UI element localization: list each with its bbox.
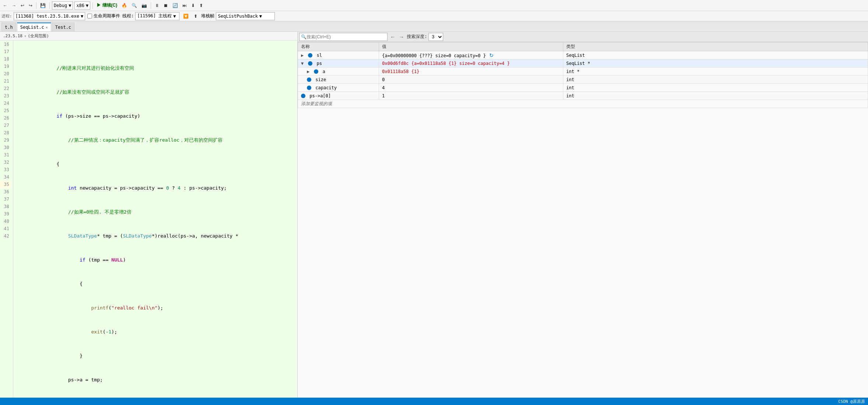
- expand-ps[interactable]: ▼: [301, 61, 305, 66]
- process-item: 进程: [11368] test.23.5.18.exe ▼: [1, 12, 85, 20]
- watch-name-sl: ▶ sl: [298, 51, 379, 59]
- code-text: {: [45, 281, 83, 287]
- thread-label: 线程:: [122, 13, 134, 19]
- undo-btn[interactable]: ↩: [19, 2, 26, 9]
- code-text: ps->a = tmp;: [45, 377, 103, 382]
- snapshot-btn[interactable]: 📷: [140, 2, 148, 9]
- arch-dropdown[interactable]: x86 ▼: [74, 1, 90, 10]
- watch-nav-forward[interactable]: →: [398, 34, 405, 40]
- watch-row-sl: ▶ sl {a=0x00000000 {???} size=0 capacity…: [298, 51, 868, 59]
- code-text: //第二种情况：capacity空间满了，扩容realloc，对已有的空间扩容: [45, 137, 223, 143]
- ln-40: 40: [0, 218, 11, 225]
- watch-value-ps-capacity[interactable]: 4: [379, 84, 563, 92]
- add-watch-label[interactable]: 添加要监视的项: [298, 100, 868, 108]
- ln-33: 33: [0, 166, 11, 173]
- lifecycle-checkbox[interactable]: [87, 14, 92, 18]
- back-btn[interactable]: ←: [1, 2, 9, 9]
- ln-28: 28: [0, 129, 11, 136]
- stack-dropdown[interactable]: SeqListPushBack ▼: [216, 12, 275, 20]
- watch-row-ps-size: size 0 int: [298, 76, 868, 84]
- tab-test-c[interactable]: Test.c: [52, 22, 74, 31]
- ln-31: 31: [0, 151, 11, 159]
- watch-name-ps-size: size: [298, 76, 379, 84]
- code-line-16: //刚进来只对其进行初始化没有空间: [16, 57, 297, 65]
- debug-mode-dropdown[interactable]: Debug ▼: [52, 1, 73, 10]
- refresh-sl[interactable]: ↻: [489, 52, 494, 58]
- process-label: 进程:: [1, 13, 12, 19]
- ln-37: 37: [0, 195, 11, 203]
- watch-nav-back[interactable]: ←: [389, 34, 396, 40]
- name-ps-size: size: [315, 77, 326, 82]
- thread-value: [11596] 主线程: [137, 13, 172, 19]
- search-code-btn[interactable]: 🔍: [130, 2, 139, 9]
- ln-25: 25: [0, 107, 11, 114]
- watch-header: 名称 值 类型: [298, 42, 868, 51]
- code-area[interactable]: 16 17 18 19 20 21 22 23 24 25 26 27 28 2…: [0, 41, 297, 405]
- dropdown-arrow2: ▼: [86, 3, 88, 8]
- watch-value-ps-a0[interactable]: 1: [379, 92, 563, 100]
- thread-dropdown[interactable]: [11596] 主线程 ▼: [135, 12, 179, 20]
- search-input[interactable]: [307, 34, 386, 39]
- watch-type-ps-capacity: int: [563, 84, 868, 92]
- tabs-bar: t.h SeqList.c × Test.c: [0, 21, 868, 32]
- sep3: [92, 2, 93, 9]
- tab-seqlist-c[interactable]: SeqList.c ×: [17, 22, 51, 31]
- code-line-27: exit(-1);: [16, 321, 297, 328]
- ln-17: 17: [0, 48, 11, 55]
- add-watch-row[interactable]: 添加要监视的项: [298, 100, 868, 108]
- save-btn[interactable]: 💾: [39, 2, 47, 9]
- step-over-btn[interactable]: ⏭: [181, 2, 188, 9]
- code-text: //如果没有空间或空间不足就扩容: [45, 89, 129, 95]
- expand-sl[interactable]: ▶: [301, 53, 305, 58]
- ln-29: 29: [0, 136, 11, 144]
- tab-t-h[interactable]: t.h: [1, 22, 16, 31]
- code-line-18: if (ps->size == ps->capacity): [16, 105, 297, 112]
- debug-toolbar: 进程: [11368] test.23.5.18.exe ▼ 生命周期事件 线程…: [0, 11, 868, 21]
- ln-30: 30: [0, 144, 11, 151]
- watch-row-ps-capacity: capacity 4 int: [298, 84, 868, 92]
- watch-value-sl[interactable]: {a=0x00000000 {???} size=0 capacity=0 } …: [379, 51, 563, 59]
- code-line-20: {: [16, 153, 297, 160]
- expand-ps-a[interactable]: ▶: [307, 69, 311, 74]
- redo-btn[interactable]: ↪: [27, 2, 34, 9]
- code-text: }: [45, 353, 83, 359]
- code-line-19: //第二种情况：capacity空间满了，扩容realloc，对已有的空间扩容: [16, 129, 297, 136]
- code-line-21: int newcapacity = ps->capacity == 0 ? 4 …: [16, 177, 297, 184]
- statusbar-text: CSDN @原原原: [838, 399, 865, 404]
- forward-btn[interactable]: →: [10, 2, 18, 9]
- code-line-25: {: [16, 273, 297, 280]
- watch-name-ps-capacity: capacity: [298, 84, 379, 92]
- name-ps: ps: [316, 61, 322, 66]
- fire-btn[interactable]: 🔥: [120, 2, 129, 9]
- icon-ps-a0: [301, 94, 305, 98]
- step-out-btn[interactable]: ⬆: [198, 2, 204, 9]
- tab-close-seqlist[interactable]: ×: [46, 25, 48, 30]
- icon-ps: [308, 61, 312, 66]
- watch-value-ps[interactable]: 0x00d6fd8c {a=0x01118a58 {1} size=0 capa…: [379, 59, 563, 68]
- watch-table: 名称 值 类型 ▶ sl {a=0x00000000 {: [298, 42, 868, 108]
- code-text: //刚进来只对其进行初始化没有空间: [45, 65, 134, 71]
- watch-row-ps-a0: ps->a[0] 1 int: [298, 92, 868, 100]
- search-depth-select[interactable]: 3 1 2 4 5: [428, 33, 443, 41]
- ln-18: 18: [0, 55, 11, 63]
- stop-btn[interactable]: ⏹: [162, 2, 169, 9]
- code-line-26: printf("realloc fail\n");: [16, 297, 297, 304]
- ln-32: 32: [0, 159, 11, 166]
- filter-btn[interactable]: 🔽: [182, 13, 190, 20]
- ln-39: 39: [0, 210, 11, 218]
- watch-value-ps-a[interactable]: 0x01118a58 {1}: [379, 68, 563, 76]
- step-into-btn[interactable]: ⬇: [190, 2, 196, 9]
- process-dropdown[interactable]: [11368] test.23.5.18.exe ▼: [14, 12, 85, 20]
- continue-btn[interactable]: ▶ 继续(C): [95, 1, 119, 9]
- pause-btn[interactable]: ⏸: [153, 2, 161, 9]
- search-box[interactable]: 🔍: [299, 33, 388, 41]
- name-ps-capacity: capacity: [315, 85, 337, 90]
- restart-btn[interactable]: 🔄: [171, 2, 179, 9]
- ln-20: 20: [0, 70, 11, 77]
- code-line-17: //如果没有空间或空间不足就扩容: [16, 81, 297, 89]
- filter2-btn[interactable]: ⬆: [192, 13, 199, 20]
- watch-value-ps-size[interactable]: 0: [379, 76, 563, 84]
- ln-34: 34: [0, 173, 11, 181]
- code-line-29: ps->a = tmp;: [16, 369, 297, 376]
- ln-26: 26: [0, 114, 11, 122]
